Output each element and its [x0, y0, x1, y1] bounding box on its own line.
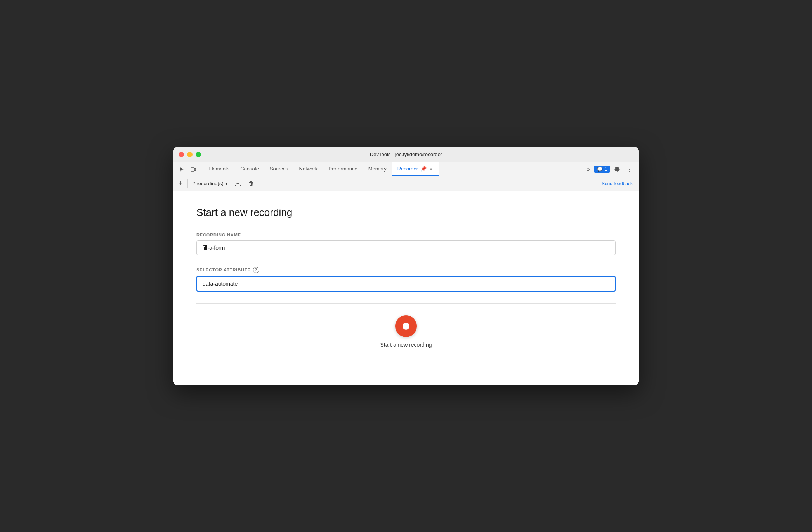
- more-tabs-button[interactable]: »: [584, 164, 592, 174]
- tab-memory[interactable]: Memory: [363, 162, 392, 176]
- selector-attribute-group: SELECTOR ATTRIBUTE ?: [196, 267, 616, 292]
- devtools-window: DevTools - jec.fyi/demo/recorder: [173, 147, 639, 385]
- recording-name-label: RECORDING NAME: [196, 233, 616, 237]
- pin-icon: 📌: [420, 166, 427, 172]
- download-button[interactable]: [232, 179, 243, 188]
- start-recording-button[interactable]: [395, 315, 417, 337]
- cursor-icon-button[interactable]: [176, 165, 187, 174]
- help-icon[interactable]: ?: [253, 267, 259, 273]
- recordings-selector[interactable]: 2 recording(s) ▾: [190, 179, 230, 188]
- recording-name-input[interactable]: [196, 240, 616, 255]
- title-bar: DevTools - jec.fyi/demo/recorder: [173, 147, 639, 162]
- page-title: Start a new recording: [196, 207, 616, 219]
- tab-controls-left: [175, 162, 203, 176]
- toolbar-divider: [187, 179, 188, 188]
- devtools-body: Elements Console Sources Network Perform…: [173, 162, 639, 385]
- close-button[interactable]: [179, 152, 184, 157]
- tab-recorder[interactable]: Recorder 📌 ×: [392, 162, 439, 176]
- selector-attribute-input[interactable]: [196, 276, 616, 292]
- tabs-container: Elements Console Sources Network Perform…: [203, 162, 582, 176]
- minimize-button[interactable]: [187, 152, 193, 157]
- add-recording-button[interactable]: +: [176, 178, 185, 189]
- traffic-lights: [179, 152, 201, 157]
- chat-badge[interactable]: 💬 1: [594, 166, 610, 173]
- dropdown-icon: ▾: [225, 181, 228, 186]
- window-title: DevTools - jec.fyi/demo/recorder: [370, 151, 442, 157]
- device-toggle-button[interactable]: [188, 165, 199, 174]
- tab-sources[interactable]: Sources: [264, 162, 294, 176]
- maximize-button[interactable]: [196, 152, 201, 157]
- main-content: Start a new recording RECORDING NAME SEL…: [173, 191, 639, 385]
- tab-performance[interactable]: Performance: [323, 162, 363, 176]
- tab-close-button[interactable]: ×: [429, 166, 433, 172]
- record-section: Start a new recording: [196, 304, 616, 360]
- svg-rect-0: [191, 167, 194, 172]
- send-feedback-link[interactable]: Send feedback: [599, 181, 636, 186]
- recording-name-group: RECORDING NAME: [196, 233, 616, 255]
- selector-attribute-label: SELECTOR ATTRIBUTE ?: [196, 267, 616, 273]
- record-inner-circle: [403, 323, 409, 330]
- more-options-button[interactable]: ⋮: [624, 164, 635, 174]
- tab-console[interactable]: Console: [235, 162, 264, 176]
- record-button-label: Start a new recording: [380, 342, 432, 348]
- chat-count: 1: [604, 167, 607, 172]
- tab-network[interactable]: Network: [294, 162, 323, 176]
- tab-elements[interactable]: Elements: [203, 162, 235, 176]
- settings-button[interactable]: [612, 165, 623, 174]
- delete-button[interactable]: [246, 179, 257, 188]
- tab-end-controls: » 💬 1 ⋮: [582, 162, 637, 176]
- tab-bar: Elements Console Sources Network Perform…: [173, 162, 639, 176]
- toolbar: + 2 recording(s) ▾ Send feedback: [173, 176, 639, 191]
- svg-rect-1: [194, 168, 196, 171]
- chat-icon: 💬: [597, 167, 603, 172]
